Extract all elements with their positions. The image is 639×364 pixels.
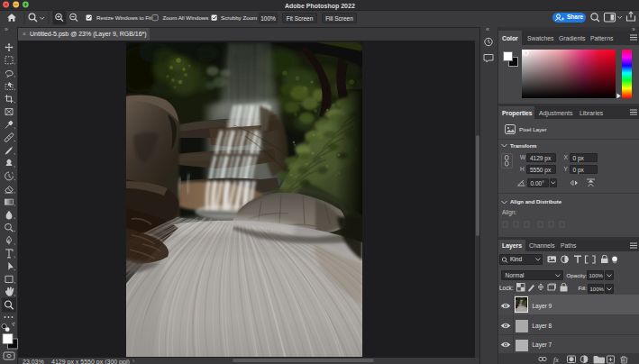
svg-text:fx: fx [553,356,559,364]
